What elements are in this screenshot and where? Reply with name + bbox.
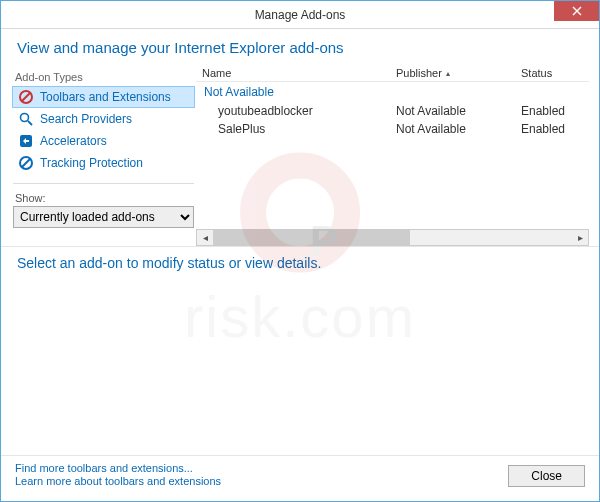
divider (13, 183, 194, 184)
column-header-status[interactable]: Status (521, 67, 589, 79)
group-header: Not Available (196, 82, 589, 102)
column-header-name[interactable]: Name (196, 67, 396, 79)
manage-addons-window: Manage Add-ons View and manage your Inte… (0, 0, 600, 502)
content-area: Add-on Types Toolbars and Extensions Sea… (1, 65, 599, 246)
svg-point-2 (21, 114, 29, 122)
addon-list-panel: Name Publisher ▴ Status Not Available yo… (196, 65, 589, 246)
sidebar-item-label: Toolbars and Extensions (40, 90, 171, 104)
svg-line-1 (22, 93, 30, 101)
svg-line-3 (28, 121, 32, 125)
addon-types-list: Toolbars and Extensions Search Providers… (11, 85, 196, 175)
footer-links: Find more toolbars and extensions... Lea… (15, 462, 221, 487)
selection-prompt: Select an add-on to modify status or vie… (1, 246, 599, 275)
sidebar-item-search-providers[interactable]: Search Providers (12, 108, 195, 130)
scroll-track[interactable] (213, 230, 572, 245)
window-close-button[interactable] (554, 1, 599, 21)
sidebar: Add-on Types Toolbars and Extensions Sea… (11, 65, 196, 246)
sort-ascending-icon: ▴ (446, 69, 450, 78)
find-more-link[interactable]: Find more toolbars and extensions... (15, 462, 221, 474)
table-row[interactable]: youtubeadblocker Not Available Enabled (196, 102, 589, 120)
search-icon (18, 111, 34, 127)
scroll-right-icon[interactable]: ▸ (572, 232, 588, 243)
window-title: Manage Add-ons (255, 8, 346, 22)
cell-name: youtubeadblocker (196, 104, 396, 118)
header: View and manage your Internet Explorer a… (1, 29, 599, 65)
show-dropdown[interactable]: Currently loaded add-ons (13, 206, 194, 228)
close-button[interactable]: Close (508, 465, 585, 487)
titlebar: Manage Add-ons (1, 1, 599, 29)
close-icon (572, 6, 582, 16)
scroll-thumb[interactable] (213, 230, 410, 245)
sidebar-item-toolbars-extensions[interactable]: Toolbars and Extensions (12, 86, 195, 108)
addon-types-label: Add-on Types (15, 71, 196, 83)
cell-name: SalePlus (196, 122, 396, 136)
svg-line-6 (22, 159, 30, 167)
accelerator-icon (18, 133, 34, 149)
block-icon (18, 155, 34, 171)
horizontal-scrollbar[interactable]: ◂ ▸ (196, 229, 589, 246)
sidebar-item-accelerators[interactable]: Accelerators (12, 130, 195, 152)
block-icon (18, 89, 34, 105)
table-header: Name Publisher ▴ Status (196, 65, 589, 82)
column-header-publisher[interactable]: Publisher ▴ (396, 67, 521, 79)
sidebar-item-label: Search Providers (40, 112, 132, 126)
sidebar-item-label: Accelerators (40, 134, 107, 148)
cell-status: Enabled (521, 104, 589, 118)
show-label: Show: (15, 192, 196, 204)
details-panel (1, 275, 599, 456)
cell-publisher: Not Available (396, 104, 521, 118)
scroll-left-icon[interactable]: ◂ (197, 232, 213, 243)
table-row[interactable]: SalePlus Not Available Enabled (196, 120, 589, 138)
cell-status: Enabled (521, 122, 589, 136)
header-text: View and manage your Internet Explorer a… (17, 39, 344, 56)
footer: Find more toolbars and extensions... Lea… (1, 455, 599, 501)
cell-publisher: Not Available (396, 122, 521, 136)
sidebar-item-label: Tracking Protection (40, 156, 143, 170)
sidebar-item-tracking-protection[interactable]: Tracking Protection (12, 152, 195, 174)
learn-more-link[interactable]: Learn more about toolbars and extensions (15, 475, 221, 487)
